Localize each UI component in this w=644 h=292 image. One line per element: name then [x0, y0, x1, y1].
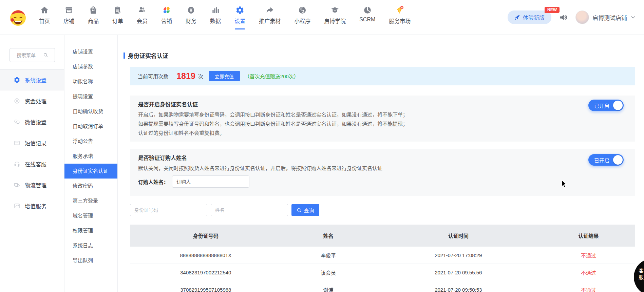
magnifier-icon: [297, 208, 302, 213]
cell-name: 该会员: [282, 264, 375, 281]
cell-result: 不通过: [542, 281, 636, 292]
sidebar-search-input[interactable]: [16, 52, 42, 58]
nav-item-finance[interactable]: 财务: [186, 4, 196, 30]
nav-item-marketing[interactable]: 营销: [161, 4, 172, 30]
pie-chart-icon: [363, 6, 372, 15]
submenu-item[interactable]: 服务承诺: [64, 149, 117, 164]
cell-name: 李俊平: [282, 247, 375, 264]
primary-sidebar: 系统设置 资金处理 微信设置 短信记录 在线客服 物流管理 增值服务: [0, 35, 64, 292]
envelope-icon: [14, 140, 20, 146]
id-number-input[interactable]: [130, 204, 207, 216]
table-row: 340823197002212540 该会员 2021-07-20 09:55:…: [130, 264, 635, 281]
sidebar-item-value-added[interactable]: 增值服务: [0, 195, 64, 216]
cell-time: 2021-07-20 09:55:56: [375, 264, 542, 281]
new-badge: NEW: [545, 7, 560, 13]
nav-item-promotion[interactable]: 推广素材: [259, 4, 281, 30]
home-icon: [40, 6, 49, 15]
headset-icon: [14, 161, 20, 167]
shop-name: 启博测试店铺: [592, 13, 627, 22]
submenu-item[interactable]: 店铺设置: [64, 44, 117, 59]
submenu-item[interactable]: 权限管理: [64, 223, 117, 238]
verification-records-table: 身份证号码 姓名 认证时间 认证结果 88888888888888801X 李俊…: [130, 225, 635, 292]
submenu-item[interactable]: 系统日志: [64, 238, 117, 253]
cell-result: 不通过: [542, 264, 636, 281]
try-new-version-button[interactable]: 体验新版 NEW: [508, 11, 551, 24]
storefront-icon: [64, 6, 73, 15]
toggle-knob: [613, 155, 623, 165]
graduation-cap-icon: [330, 6, 339, 15]
section-description-line: 如果提现需要填写身份证号码和姓名，也会调用接口判断身份证和姓名是否通过实名认证，…: [138, 119, 627, 128]
members-icon: [138, 6, 147, 15]
submenu-item[interactable]: 自动确认收货: [64, 104, 117, 119]
settings-gear-icon: [14, 77, 20, 83]
recharge-button[interactable]: 立即充值: [209, 71, 240, 81]
submenu-item[interactable]: 第三方登录: [64, 193, 117, 208]
avatar: [575, 11, 589, 24]
top-navbar: 首页 店铺 商品 订单 会员 营销: [0, 0, 644, 35]
trend-chart-icon: [14, 203, 20, 209]
submenu-item[interactable]: 域名管理: [64, 208, 117, 223]
chevron-down-icon: [630, 15, 636, 20]
try-new-version-label: 体验新版: [523, 13, 545, 21]
col-header-id-number: 身份证号码: [130, 225, 282, 247]
col-header-name: 姓名: [282, 225, 375, 247]
id-verification-toggle[interactable]: 已开启: [588, 100, 624, 111]
sidebar-search[interactable]: [10, 48, 55, 62]
submenu-item-id-verification[interactable]: 身份证实名认证: [64, 164, 117, 179]
nav-item-orders[interactable]: 订单: [112, 4, 123, 30]
submenu-item[interactable]: 功能名称: [64, 74, 117, 89]
cell-name: 谢浦: [282, 281, 375, 292]
speaker-icon[interactable]: [559, 13, 568, 22]
submenu-item[interactable]: 修改密码: [64, 179, 117, 193]
sidebar-item-wechat[interactable]: 微信设置: [0, 111, 64, 132]
nav-item-home[interactable]: 首页: [39, 4, 50, 30]
id-verification-section: 是否开启身份证实名认证 开启后，如果购物需要填写身份证号码，会调用接口判断身份证…: [130, 96, 635, 142]
sidebar-item-logistics[interactable]: 物流管理: [0, 174, 64, 195]
submenu-item[interactable]: 浮动公告: [64, 134, 117, 149]
account-menu[interactable]: 启博测试店铺: [575, 11, 636, 24]
submenu-item[interactable]: 店铺参数: [64, 59, 117, 74]
first-recharge-note: （首次充值赠送200次）: [245, 72, 299, 80]
buyer-name-section: 是否验证订购人姓名 默认关闭，关闭时按照收货人姓名来进行身份证实名认证，开启后，…: [130, 149, 635, 196]
nav-item-academy[interactable]: 启博学院: [324, 4, 346, 30]
table-row: 370829199507105988 谢浦 2021-07-20 09:50:5…: [130, 281, 635, 292]
buyer-name-input[interactable]: [172, 175, 249, 188]
mini-program-icon: [298, 6, 307, 15]
nav-item-data[interactable]: 数据: [210, 4, 221, 30]
nav-item-scrm[interactable]: SCRM: [359, 4, 375, 30]
quota-banner: 当前可用次数: 1819 次 立即充值 （首次充值赠送200次）: [130, 67, 635, 85]
buyer-name-label: 订购人姓名：: [138, 178, 169, 185]
table-row: 88888888888888801X 李俊平 2021-07-20 17:08:…: [130, 247, 635, 264]
settings-submenu: 店铺设置 店铺参数 功能名称 提现设置 自动确认收货 自动取消订单 浮动公告 服…: [64, 35, 118, 292]
quota-label: 当前可用次数:: [138, 72, 170, 80]
nav-item-shop[interactable]: 店铺: [63, 4, 74, 30]
submenu-item[interactable]: 自动取消订单: [64, 119, 117, 134]
sidebar-item-funds[interactable]: 资金处理: [0, 90, 64, 111]
wechat-icon: [14, 119, 20, 125]
nav-item-service-market[interactable]: H 服务市场: [389, 4, 411, 30]
yen-coin-icon: [14, 98, 20, 104]
app-window: 首页 店铺 商品 订单 会员 营销: [0, 0, 644, 292]
nav-item-goods[interactable]: 商品: [88, 4, 99, 30]
record-search-row: 查询: [130, 204, 319, 216]
nav-item-members[interactable]: 会员: [137, 4, 148, 30]
buyer-name-toggle[interactable]: 已开启: [588, 154, 624, 166]
svg-text:H: H: [401, 6, 403, 9]
sidebar-item-sms[interactable]: 短信记录: [0, 132, 64, 153]
name-input[interactable]: [211, 204, 288, 216]
submenu-item[interactable]: 导出队列: [64, 253, 117, 268]
nav-item-settings[interactable]: 设置: [234, 4, 245, 30]
service-market-gem-icon: H: [395, 6, 404, 15]
main-content: 身份证实名认证 当前可用次数: 1819 次 立即充值 （首次充值赠送200次）…: [118, 35, 644, 292]
query-button[interactable]: 查询: [291, 204, 319, 216]
settings-gear-icon: [235, 6, 244, 15]
magnifier-icon: [43, 53, 48, 58]
sidebar-item-online-service[interactable]: 在线客服: [0, 153, 64, 174]
submenu-item[interactable]: 提现设置: [64, 89, 117, 104]
brand-logo-icon[interactable]: [8, 7, 28, 27]
col-header-result: 认证结果: [542, 225, 636, 247]
nav-item-miniprogram[interactable]: 小程序: [294, 4, 310, 30]
page-title: 身份证实名认证: [124, 51, 168, 60]
sidebar-item-system-settings[interactable]: 系统设置: [0, 69, 64, 90]
finance-yen-icon: [187, 6, 195, 15]
